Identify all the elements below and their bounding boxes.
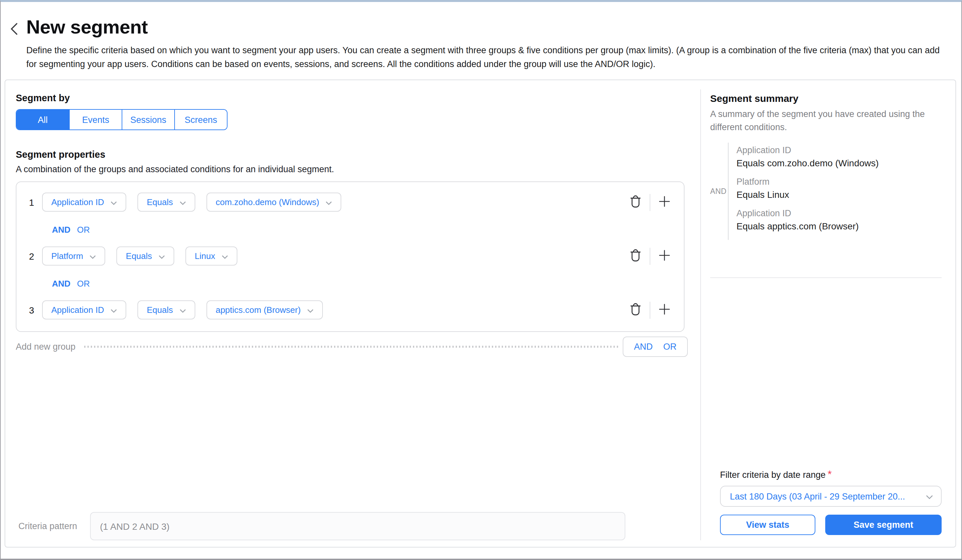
add-condition-button[interactable] [659, 303, 670, 317]
actions-divider [650, 301, 650, 319]
condition-row-actions [630, 301, 670, 319]
add-group-or-button[interactable]: OR [663, 342, 676, 352]
filter-criteria-block: Filter criteria by date range* Last 180 … [720, 469, 942, 507]
dotted-divider [84, 346, 620, 348]
delete-condition-button[interactable] [630, 249, 641, 263]
add-condition-button[interactable] [659, 196, 670, 209]
chevron-down-icon [307, 305, 314, 315]
new-segment-page: New segment Define the specific criteria… [0, 0, 962, 560]
summary-item: Application ID Equals apptics.com (Brows… [736, 208, 879, 231]
plus-icon [659, 303, 670, 317]
value-dropdown[interactable]: com.zoho.demo (Windows) [207, 193, 342, 212]
condition-row-actions [630, 193, 670, 211]
summary-item: Platform Equals Linux [736, 177, 879, 200]
view-stats-button[interactable]: View stats [720, 515, 815, 535]
tab-all[interactable]: All [16, 110, 69, 129]
condition-connector: AND OR [52, 279, 684, 288]
tab-sessions[interactable]: Sessions [122, 110, 174, 129]
segment-summary-pane: Segment summary A summary of the segment… [701, 80, 956, 547]
operator-dropdown-value: Equals [126, 251, 152, 261]
page-description: Define the specific criteria based on wh… [26, 44, 947, 71]
date-range-dropdown[interactable]: Last 180 Days (03 April - 29 September 2… [720, 486, 942, 507]
tab-screens[interactable]: Screens [174, 110, 227, 129]
or-toggle[interactable]: OR [77, 279, 90, 288]
segment-by-label: Segment by [16, 93, 700, 103]
value-dropdown-value: apptics.com (Browser) [216, 305, 301, 315]
summary-actions: View stats Save segment [720, 515, 942, 535]
chevron-down-icon [110, 197, 117, 207]
segment-summary-description: A summary of the segment you have create… [710, 108, 942, 134]
add-group-connector-box: AND OR [623, 336, 688, 357]
condition-row: 1 Application ID Equals com.zoho.demo (W… [27, 193, 684, 212]
segment-builder-pane: Segment by All Events Sessions Screens S… [5, 80, 700, 547]
save-segment-button[interactable]: Save segment [825, 515, 942, 535]
trash-icon [630, 303, 641, 317]
condition-index: 2 [27, 251, 36, 261]
value-dropdown-value: com.zoho.demo (Windows) [216, 197, 319, 207]
actions-divider [650, 193, 650, 211]
summary-item: Application ID Equals com.zoho.demo (Win… [736, 145, 879, 168]
segment-properties-description: A combination of the groups and associat… [16, 164, 700, 174]
add-new-group-row: Add new group AND OR [16, 336, 688, 357]
criteria-pattern-label: Criteria pattern [18, 521, 90, 531]
delete-condition-button[interactable] [630, 195, 641, 209]
chevron-down-icon [110, 305, 117, 315]
condition-row-actions [630, 248, 670, 265]
and-toggle[interactable]: AND [52, 225, 70, 235]
operator-dropdown-value: Equals [147, 197, 173, 207]
condition-row: 2 Platform Equals Linux [27, 246, 684, 266]
summary-group: AND Application ID Equals com.zoho.demo … [710, 143, 942, 240]
chevron-left-icon [9, 27, 19, 37]
date-range-value: Last 180 Days (03 April - 29 September 2… [730, 491, 926, 501]
summary-item-value: Equals Linux [736, 189, 879, 200]
condition-index: 1 [27, 197, 36, 208]
field-dropdown-value: Application ID [51, 197, 104, 207]
summary-item-value: Equals com.zoho.demo (Windows) [736, 158, 879, 168]
chevron-down-icon [179, 197, 186, 207]
tab-events[interactable]: Events [69, 110, 122, 129]
summary-item-label: Application ID [736, 208, 879, 218]
trash-icon [630, 249, 641, 263]
filter-date-range-label: Filter criteria by date range [720, 470, 826, 480]
actions-divider [650, 248, 650, 265]
page-title: New segment [26, 16, 148, 38]
field-dropdown[interactable]: Platform [42, 246, 105, 266]
value-dropdown[interactable]: apptics.com (Browser) [207, 300, 323, 319]
summary-item-label: Platform [736, 177, 879, 187]
segment-summary-title: Segment summary [710, 93, 942, 104]
condition-connector: AND OR [52, 225, 684, 235]
trash-icon [630, 195, 641, 209]
operator-dropdown[interactable]: Equals [117, 246, 174, 266]
segment-by-tabs: All Events Sessions Screens [16, 109, 228, 130]
segment-builder-card: Segment by All Events Sessions Screens S… [5, 79, 956, 547]
value-dropdown[interactable]: Linux [186, 246, 237, 266]
required-asterisk: * [828, 469, 831, 480]
chevron-down-icon [221, 251, 228, 261]
criteria-pattern-input[interactable] [90, 512, 625, 540]
field-dropdown-value: Platform [51, 251, 83, 261]
delete-condition-button[interactable] [630, 303, 641, 317]
operator-dropdown[interactable]: Equals [137, 193, 195, 212]
summary-item-label: Application ID [736, 145, 879, 155]
chevron-down-icon [326, 197, 333, 207]
operator-dropdown[interactable]: Equals [137, 300, 195, 319]
condition-group: 1 Application ID Equals com.zoho.demo (W… [16, 182, 684, 332]
value-dropdown-value: Linux [195, 251, 215, 261]
condition-index: 3 [27, 305, 36, 315]
chevron-down-icon [158, 251, 165, 261]
or-toggle[interactable]: OR [77, 225, 90, 235]
condition-row: 3 Application ID Equals apptics.com (Bro… [27, 300, 684, 319]
and-toggle[interactable]: AND [52, 279, 70, 288]
plus-icon [659, 196, 670, 209]
add-condition-button[interactable] [659, 249, 670, 262]
back-button[interactable] [6, 22, 21, 37]
operator-dropdown-value: Equals [147, 305, 173, 315]
field-dropdown[interactable]: Application ID [42, 300, 126, 319]
field-dropdown-value: Application ID [51, 305, 104, 315]
summary-divider [710, 277, 942, 278]
add-new-group-label: Add new group [16, 342, 76, 352]
criteria-pattern-row: Criteria pattern [18, 512, 625, 540]
plus-icon [659, 249, 670, 262]
add-group-and-button[interactable]: AND [634, 342, 653, 352]
field-dropdown[interactable]: Application ID [42, 193, 126, 212]
